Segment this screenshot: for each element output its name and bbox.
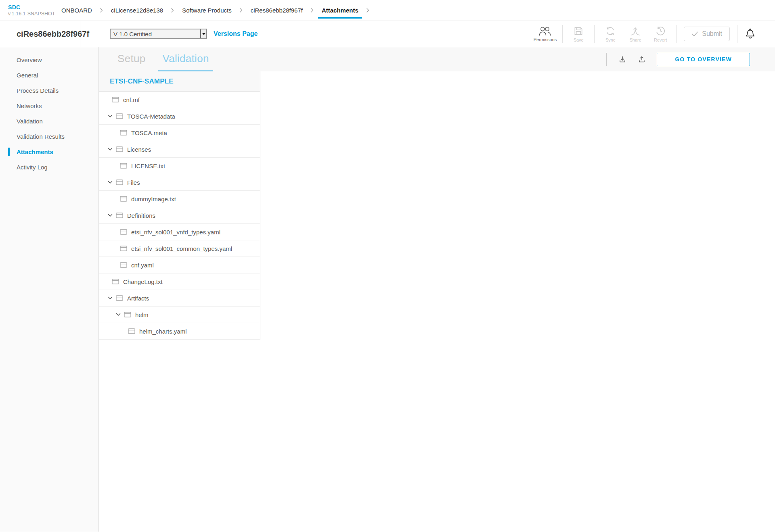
file-icon [120, 262, 127, 268]
toolbar-divider [606, 53, 607, 66]
file-icon [116, 179, 123, 185]
title-block: ciRes86ebb28f967f [0, 21, 80, 47]
upload-icon[interactable] [637, 55, 646, 64]
app-logo[interactable]: SDC v.1.16.1-SNAPSHOT [0, 4, 61, 17]
go-to-overview-button[interactable]: GO TO OVERVIEW [657, 53, 750, 66]
tree-rows: cnf.mf TOSCA-Metadata TOSCA.meta License… [99, 92, 260, 340]
tab-validation[interactable]: Validation [158, 47, 213, 71]
action-label: Sync [605, 38, 615, 42]
tree-item-label: Definitions [127, 212, 155, 219]
file-icon [116, 113, 123, 119]
tree-row-definitions[interactable]: Definitions [99, 207, 260, 224]
permissons-button[interactable]: Permissons [534, 26, 557, 42]
file-icon [120, 130, 127, 136]
tree-row-license-txt[interactable]: LICENSE.txt [99, 158, 260, 174]
sync-icon [605, 26, 616, 36]
breadcrumb-item-onboard[interactable]: ONBOARD [61, 0, 92, 21]
header-divider [562, 25, 563, 43]
revert-icon [655, 26, 666, 36]
chevron-down-icon[interactable] [108, 148, 116, 151]
chevron-right-icon [171, 8, 174, 13]
file-icon [120, 229, 127, 235]
attachments-tree-panel: ETSI-CNF-SAMPLE cnf.mf TOSCA-Metadata TO… [99, 71, 260, 340]
submit-label: Submit [702, 30, 722, 38]
action-label: Permissons [534, 37, 557, 42]
file-icon [116, 213, 123, 218]
tree-row-artifacts[interactable]: Artifacts [99, 290, 260, 307]
revert-button: Revert [650, 26, 670, 42]
chevron-down-icon[interactable] [108, 115, 116, 118]
tree-item-label: dummyImage.txt [131, 196, 176, 202]
content: OverviewGeneralProcess DetailsNetworksVa… [0, 47, 775, 532]
tab-setup[interactable]: Setup [113, 47, 149, 71]
breadcrumb-item-software-products[interactable]: Software Products [182, 0, 232, 21]
sidebar-item-networks[interactable]: Networks [0, 98, 98, 113]
tree-row-dummyimage-txt[interactable]: dummyImage.txt [99, 191, 260, 207]
breadcrumb-item-attachments[interactable]: Attachments [322, 0, 358, 21]
version-select[interactable]: V 1.0 Certified [110, 29, 207, 39]
page-header: ciRes86ebb28f967f V 1.0 Certified Versio… [0, 21, 775, 47]
breadcrumb-item-cires86ebb28f967f[interactable]: ciRes86ebb28f967f [251, 0, 303, 21]
chevron-down-icon[interactable] [108, 214, 116, 217]
chevron-down-icon[interactable] [108, 181, 116, 184]
page-title: ciRes86ebb28f967f [17, 29, 89, 39]
chevron-down-icon[interactable] [116, 313, 124, 316]
tree-item-label: etsi_nfv_sol001_common_types.yaml [131, 245, 232, 252]
sidebar-item-general[interactable]: General [0, 67, 98, 83]
people-icon [538, 26, 552, 36]
sidebar-nav: OverviewGeneralProcess DetailsNetworksVa… [0, 47, 99, 532]
tree-item-label: etsi_nfv_sol001_vnfd_types.yaml [131, 229, 220, 236]
file-icon [112, 279, 119, 284]
breadcrumb-item-cilicense12d8e138[interactable]: ciLicense12d8e138 [111, 0, 163, 21]
check-icon [691, 31, 698, 37]
action-label: Share [630, 38, 641, 42]
version-select-value: V 1.0 Certified [111, 29, 200, 38]
bell-icon[interactable] [745, 28, 756, 40]
file-icon [120, 196, 127, 202]
tree-item-label: Files [127, 179, 140, 186]
tree-row-etsi-nfv-sol001-common-types-yaml[interactable]: etsi_nfv_sol001_common_types.yaml [99, 240, 260, 257]
chevron-right-icon [311, 8, 314, 13]
file-icon [116, 146, 123, 152]
app-version-text: v.1.16.1-SNAPSHOT [8, 11, 61, 17]
versions-page-link[interactable]: Versions Page [214, 30, 258, 38]
tree-row-helm-charts-yaml[interactable]: helm_charts.yaml [99, 323, 260, 340]
submit-button[interactable]: Submit [684, 27, 730, 41]
tree-row-helm[interactable]: helm [99, 307, 260, 323]
breadcrumb: ONBOARDciLicense12d8e138Software Product… [61, 0, 377, 21]
header-divider [594, 25, 595, 43]
tree-row-files[interactable]: Files [99, 174, 260, 191]
tree-item-label: helm [135, 311, 149, 318]
sidebar-item-process-details[interactable]: Process Details [0, 83, 98, 98]
tree-row-cnf-yaml[interactable]: cnf.yaml [99, 257, 260, 273]
main-area: SetupValidation GO TO OVERVIEW [99, 47, 775, 532]
file-icon [120, 246, 127, 251]
download-icon[interactable] [618, 55, 627, 64]
tree-row-licenses[interactable]: Licenses [99, 141, 260, 158]
app-logo-text: SDC [8, 4, 61, 10]
share-button: Share [625, 26, 645, 42]
sidebar-item-overview[interactable]: Overview [0, 52, 98, 67]
tab-bar-right: GO TO OVERVIEW [606, 47, 775, 71]
work-area: ETSI-CNF-SAMPLE cnf.mf TOSCA-Metadata TO… [99, 71, 775, 532]
tab-bar: SetupValidation GO TO OVERVIEW [99, 47, 775, 71]
sidebar-item-activity-log[interactable]: Activity Log [0, 159, 98, 175]
sidebar-item-validation-results[interactable]: Validation Results [0, 129, 98, 144]
tree-item-label: Artifacts [127, 295, 149, 302]
tree-item-label: TOSCA-Metadata [127, 113, 175, 120]
file-icon [116, 295, 123, 301]
sync-button: Sync [600, 26, 620, 42]
action-label: Save [574, 38, 584, 42]
tree-row-cnf-mf[interactable]: cnf.mf [99, 92, 260, 108]
sidebar-item-attachments[interactable]: Attachments [0, 144, 98, 159]
chevron-right-icon [367, 8, 369, 13]
tree-row-etsi-nfv-sol001-vnfd-types-yaml[interactable]: etsi_nfv_sol001_vnfd_types.yaml [99, 224, 260, 240]
share-icon [630, 26, 641, 36]
sidebar-item-validation[interactable]: Validation [0, 113, 98, 129]
tree-row-tosca-metadata[interactable]: TOSCA-Metadata [99, 108, 260, 125]
tree-item-label: helm_charts.yaml [139, 328, 187, 335]
chevron-down-icon[interactable] [108, 296, 116, 300]
tree-row-tosca-meta[interactable]: TOSCA.meta [99, 125, 260, 141]
tree-row-changelog-txt[interactable]: ChangeLog.txt [99, 273, 260, 290]
tree-item-label: ChangeLog.txt [123, 278, 163, 285]
